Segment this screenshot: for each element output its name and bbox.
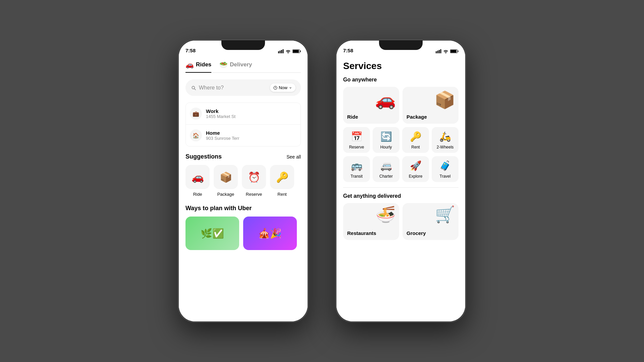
battery-icon (292, 49, 301, 53)
home-icon: 🏠 (190, 129, 202, 141)
tab-rides[interactable]: 🚗 Rides (185, 61, 211, 73)
search-bar[interactable]: Where to? Now (185, 79, 301, 96)
way-card-purple[interactable]: 🎪🎉 (243, 217, 297, 250)
status-icons-left (278, 49, 301, 53)
now-button[interactable]: Now (270, 83, 296, 92)
battery-icon-right (450, 49, 459, 53)
service-transit[interactable]: 🚌 Transit (343, 156, 370, 182)
suggestions-title: Suggestions (185, 153, 222, 160)
tab-rides-label: Rides (196, 61, 211, 68)
suggestions-header: Suggestions See all (185, 153, 301, 160)
svg-rect-3 (283, 49, 284, 53)
svg-rect-0 (278, 51, 279, 53)
rent-label: Rent (277, 192, 286, 197)
suggestion-reserve[interactable]: ⏰ Reserve (242, 165, 266, 197)
go-anywhere-title: Go anywhere (343, 77, 459, 83)
status-icons-right (436, 49, 459, 53)
wifi-icon-right (443, 49, 448, 53)
way-card-green[interactable]: 🌿✅ (185, 217, 239, 250)
search-icon (191, 85, 196, 90)
wifi-icon (285, 49, 291, 53)
work-address: 1455 Market St (206, 114, 235, 119)
big-card-ride[interactable]: 🚗 Ride (343, 87, 399, 124)
suggestion-ride[interactable]: 🚗 Ride (185, 165, 210, 197)
tab-delivery-label: Delivery (230, 61, 252, 68)
time-right: 7:58 (343, 48, 353, 53)
ride-icon-box: 🚗 (185, 165, 210, 189)
svg-rect-9 (437, 51, 438, 53)
big-cards-row: 🚗 Ride 📦 Package (343, 87, 459, 124)
suggestions-row: 🚗 Ride 📦 Package ⏰ Reserve 🔑 Rent (185, 165, 301, 197)
service-reserve[interactable]: 📅 Reserve (343, 127, 370, 153)
right-phone-content: Services Go anywhere 🚗 Ride 📦 Package (336, 55, 465, 321)
service-travel[interactable]: 🧳 Travel (432, 156, 459, 182)
deliver-grocery[interactable]: 🛒 Grocery (402, 203, 459, 240)
explore-label: Explore (409, 174, 423, 179)
rent-label-right: Rent (411, 145, 420, 149)
ways-title: Ways to plan with Uber (185, 205, 301, 212)
now-label: Now (279, 85, 287, 90)
get-anything-title: Get anything delivered (343, 193, 459, 199)
notch-right (379, 41, 423, 50)
svg-rect-5 (300, 51, 301, 52)
restaurants-label: Restaurants (347, 230, 376, 236)
2wheels-label: 2-Wheels (437, 145, 454, 149)
rides-emoji: 🚗 (185, 61, 194, 69)
hourly-label: Hourly (380, 145, 392, 149)
service-hourly[interactable]: 🔄 Hourly (373, 127, 399, 153)
svg-rect-8 (436, 51, 437, 53)
saved-work[interactable]: 💼 Work 1455 Market St (186, 103, 301, 124)
service-charter[interactable]: 🚐 Charter (373, 156, 399, 182)
saved-home[interactable]: 🏠 Home 903 Sunrose Terr (186, 124, 301, 146)
big-card-package[interactable]: 📦 Package (402, 87, 459, 124)
svg-rect-11 (440, 49, 441, 53)
charter-emoji: 🚐 (380, 160, 392, 171)
signal-icon (278, 49, 284, 53)
suggestion-rent[interactable]: 🔑 Rent (270, 165, 294, 197)
restaurants-emoji: 🍜 (376, 205, 396, 224)
svg-rect-14 (450, 50, 457, 53)
rent-emoji-right: 🔑 (410, 131, 422, 142)
svg-rect-10 (439, 50, 440, 53)
explore-emoji: 🚀 (410, 160, 422, 171)
ride-big-emoji: 🚗 (375, 90, 396, 110)
transit-emoji: 🚌 (351, 160, 363, 171)
deliver-cards-row: 🍜 Restaurants 🛒 Grocery (343, 203, 459, 240)
status-bar-left: 7:58 (179, 41, 308, 55)
work-icon: 💼 (190, 108, 202, 120)
suggestion-package[interactable]: 📦 Package (214, 165, 238, 197)
reserve-label: Reserve (246, 192, 262, 197)
reserve-emoji: 📅 (351, 131, 363, 142)
clock-icon (273, 86, 277, 90)
svg-rect-2 (281, 50, 282, 53)
time-left: 7:58 (185, 48, 196, 53)
charter-label: Charter (379, 174, 393, 179)
delivery-emoji: 🥗 (219, 61, 228, 69)
status-bar-right: 7:58 (336, 41, 465, 55)
small-cards-row1: 📅 Reserve 🔄 Hourly 🔑 Rent 🛵 2-Wheels (343, 127, 459, 153)
svg-rect-13 (458, 51, 459, 52)
saved-locations: 💼 Work 1455 Market St 🏠 Home 903 Sunrose… (185, 103, 301, 146)
tabs-row: 🚗 Rides 🥗 Delivery (185, 61, 301, 73)
signal-icon-right (436, 49, 441, 53)
service-explore[interactable]: 🚀 Explore (402, 156, 429, 182)
tab-delivery[interactable]: 🥗 Delivery (219, 61, 252, 73)
notch-left (221, 41, 265, 50)
deliver-restaurants[interactable]: 🍜 Restaurants (343, 203, 399, 240)
ride-big-label: Ride (347, 114, 358, 120)
package-big-emoji: 📦 (434, 90, 455, 110)
reserve-label-right: Reserve (349, 145, 364, 149)
hourly-emoji: 🔄 (380, 131, 392, 142)
rent-icon-box: 🔑 (270, 165, 294, 189)
service-2wheels[interactable]: 🛵 2-Wheels (432, 127, 459, 153)
svg-rect-1 (280, 51, 281, 53)
home-label: Home (206, 130, 239, 136)
services-title: Services (343, 61, 459, 71)
phone-right: 7:58 Serv (335, 40, 466, 322)
service-rent[interactable]: 🔑 Rent (402, 127, 429, 153)
work-label: Work (206, 108, 235, 114)
transit-label: Transit (351, 174, 363, 179)
grocery-emoji: 🛒 (435, 205, 455, 224)
see-all-button[interactable]: See all (286, 154, 301, 160)
2wheels-emoji: 🛵 (439, 131, 451, 142)
